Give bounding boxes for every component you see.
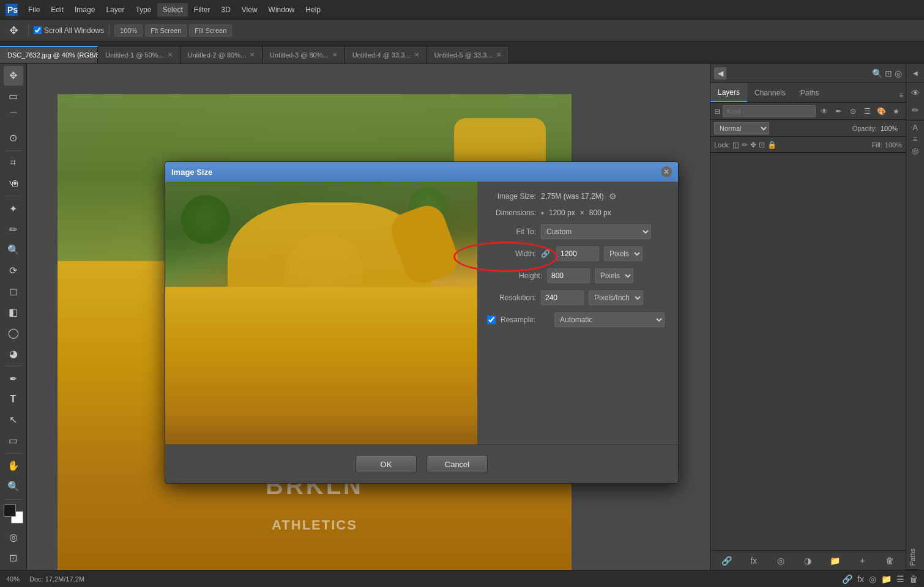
link-chain-icon[interactable]: 🔗 bbox=[541, 249, 550, 258]
layer-delete-btn[interactable]: 🗑 bbox=[883, 554, 896, 567]
dialog-close-btn[interactable]: ✕ bbox=[661, 166, 672, 177]
layer-status-icon[interactable]: ☰ bbox=[896, 574, 904, 584]
menu-type[interactable]: Type bbox=[130, 3, 156, 17]
crop-tool-btn[interactable]: ⌗ bbox=[4, 153, 23, 173]
scroll-all-windows-checkbox[interactable] bbox=[34, 26, 42, 34]
history-brush-btn[interactable]: ⟳ bbox=[4, 261, 23, 281]
menu-edit[interactable]: Edit bbox=[46, 3, 69, 17]
color-swatches[interactable] bbox=[4, 504, 23, 524]
hand-tool-btn[interactable]: ✋ bbox=[4, 456, 23, 476]
cancel-button[interactable]: Cancel bbox=[427, 455, 488, 473]
layer-visibility-icon[interactable]: 👁 bbox=[818, 105, 830, 118]
fx-status-icon[interactable]: fx bbox=[857, 574, 864, 584]
menu-help[interactable]: Help bbox=[300, 3, 326, 17]
panel-menu-btn[interactable]: ≡ bbox=[896, 89, 906, 102]
layer-fx-btn[interactable]: fx bbox=[747, 554, 761, 567]
layer-mask-btn[interactable]: ◎ bbox=[774, 554, 788, 567]
zoom-level-btn[interactable]: 100% bbox=[114, 24, 143, 37]
layer-effect-icon[interactable]: ⊙ bbox=[847, 105, 859, 118]
right-tool-2[interactable]: ≡ bbox=[913, 135, 918, 144]
paths-label[interactable]: Paths bbox=[906, 545, 918, 570]
shape-tool-btn[interactable]: ▭ bbox=[4, 431, 23, 451]
move-tool-btn[interactable]: ✥ bbox=[4, 66, 23, 86]
right-brush-icon[interactable]: ✏ bbox=[908, 103, 923, 117]
fill-screen-btn[interactable]: Fill Screen bbox=[189, 24, 232, 37]
expand-dimensions-btn[interactable]: ▾ bbox=[541, 210, 544, 216]
tab-close-1[interactable]: ✕ bbox=[168, 51, 173, 58]
tab-untitled2[interactable]: Untitled-2 @ 80%... ✕ bbox=[181, 46, 263, 63]
menu-layer[interactable]: Layer bbox=[101, 3, 129, 17]
panel-filter-icon[interactable]: ⊡ bbox=[885, 68, 892, 78]
lock-position-btn[interactable]: ✥ bbox=[750, 141, 756, 149]
blend-mode-select[interactable]: Normal bbox=[714, 122, 769, 135]
resample-checkbox[interactable] bbox=[487, 316, 496, 324]
menu-select[interactable]: Select bbox=[157, 3, 187, 17]
panels-collapse-btn[interactable]: ◀ bbox=[714, 67, 726, 79]
tab-close-3[interactable]: ✕ bbox=[332, 51, 337, 58]
tab-untitled4[interactable]: Untitled-4 @ 33,3... ✕ bbox=[345, 46, 427, 63]
right-eye-icon[interactable]: 👁 bbox=[908, 86, 923, 100]
layer-color-icon[interactable]: 🎨 bbox=[876, 105, 888, 118]
mask-status-icon[interactable]: ◎ bbox=[869, 574, 876, 584]
expand-btn[interactable]: ◀ bbox=[906, 64, 924, 83]
lock-transparency-btn[interactable]: ◫ bbox=[732, 141, 739, 149]
eyedropper-btn[interactable]: 🖲 bbox=[4, 174, 23, 193]
trash-status-icon[interactable]: 🗑 bbox=[909, 574, 918, 584]
clone-stamp-btn[interactable]: 🔍 bbox=[4, 240, 23, 260]
right-tool-3[interactable]: ◎ bbox=[912, 146, 918, 155]
tab-close-5[interactable]: ✕ bbox=[496, 51, 501, 58]
lock-artboard-btn[interactable]: ⊡ bbox=[759, 141, 765, 149]
quick-mask-btn[interactable]: ◎ bbox=[4, 527, 23, 547]
move-tool-icon[interactable]: ✥ bbox=[4, 21, 23, 40]
quick-select-btn[interactable]: ⊙ bbox=[4, 128, 23, 148]
layer-type-icon[interactable]: ✒ bbox=[833, 105, 845, 118]
text-tool-btn[interactable]: T bbox=[4, 389, 23, 409]
fit-to-select[interactable]: Custom bbox=[541, 224, 651, 239]
resolution-unit-select[interactable]: Pixels/Inch bbox=[589, 290, 643, 305]
path-select-btn[interactable]: ↖ bbox=[4, 410, 23, 430]
right-tool-1[interactable]: A bbox=[912, 123, 918, 132]
pen-tool-btn[interactable]: ✒ bbox=[4, 369, 23, 388]
zoom-tool-btn[interactable]: 🔍 bbox=[4, 477, 23, 497]
lock-all-btn[interactable]: 🔒 bbox=[767, 141, 777, 149]
fit-screen-btn[interactable]: Fit Screen bbox=[145, 24, 187, 37]
layer-link-btn[interactable]: 🔗 bbox=[720, 554, 733, 567]
lasso-tool-btn[interactable]: ⌒ bbox=[4, 108, 23, 127]
resample-select[interactable]: Automatic bbox=[554, 312, 665, 327]
ok-button[interactable]: OK bbox=[356, 455, 417, 473]
layers-tab[interactable]: Layers bbox=[710, 83, 747, 102]
tab-untitled1[interactable]: Untitled-1 @ 50%... ✕ bbox=[98, 46, 181, 63]
search-icon[interactable]: 🔍 bbox=[872, 68, 882, 78]
adjust-icon[interactable]: ◎ bbox=[895, 68, 902, 78]
lock-pixels-btn[interactable]: ✏ bbox=[742, 141, 748, 149]
dodge-btn[interactable]: ◕ bbox=[4, 344, 23, 363]
width-input[interactable]: 1200 bbox=[556, 246, 599, 261]
layer-mode-icon[interactable]: ☰ bbox=[862, 105, 874, 118]
layer-smart-icon[interactable]: ★ bbox=[890, 105, 903, 118]
layer-adjustment-btn[interactable]: ◑ bbox=[801, 554, 814, 567]
channels-tab[interactable]: Channels bbox=[747, 83, 793, 102]
menu-filter[interactable]: Filter bbox=[189, 3, 215, 17]
resolution-input[interactable]: 240 bbox=[541, 290, 584, 305]
spot-heal-btn[interactable]: ✦ bbox=[4, 199, 23, 218]
tab-untitled5[interactable]: Untitled-5 @ 33,3... ✕ bbox=[427, 46, 509, 63]
width-unit-select[interactable]: Pixels bbox=[604, 246, 643, 261]
tab-close-4[interactable]: ✕ bbox=[414, 51, 419, 58]
menu-3d[interactable]: 3D bbox=[216, 3, 235, 17]
layer-new-btn[interactable]: + bbox=[855, 554, 869, 567]
brush-tool-btn[interactable]: ✏ bbox=[4, 220, 23, 239]
eraser-btn[interactable]: ◻ bbox=[4, 282, 23, 301]
tab-untitled3[interactable]: Untitled-3 @ 80%... ✕ bbox=[263, 46, 345, 63]
menu-view[interactable]: View bbox=[237, 3, 263, 17]
layer-group-btn[interactable]: 📁 bbox=[829, 554, 842, 567]
folder-status-icon[interactable]: 📁 bbox=[881, 574, 892, 584]
menu-image[interactable]: Image bbox=[70, 3, 100, 17]
height-input[interactable]: 800 bbox=[547, 268, 590, 283]
menu-file[interactable]: File bbox=[23, 3, 45, 17]
rectangular-marquee-btn[interactable]: ▭ bbox=[4, 87, 23, 106]
menu-window[interactable]: Window bbox=[264, 3, 300, 17]
link-status-icon[interactable]: 🔗 bbox=[842, 574, 852, 584]
paths-tab[interactable]: Paths bbox=[793, 83, 827, 102]
gradient-btn[interactable]: ◧ bbox=[4, 303, 23, 322]
height-unit-select[interactable]: Pixels bbox=[595, 268, 633, 283]
